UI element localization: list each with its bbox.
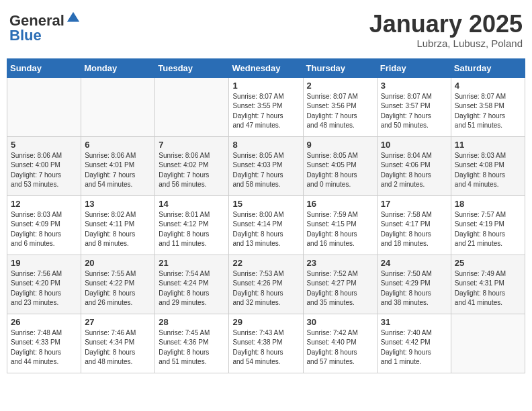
calendar-cell: 31Sunrise: 7:40 AM Sunset: 4:42 PM Dayli… bbox=[377, 314, 451, 373]
day-info: Sunrise: 7:49 AM Sunset: 4:31 PM Dayligh… bbox=[455, 269, 521, 308]
day-info: Sunrise: 7:55 AM Sunset: 4:22 PM Dayligh… bbox=[85, 269, 151, 308]
calendar-week-1: 1Sunrise: 8:07 AM Sunset: 3:55 PM Daylig… bbox=[7, 77, 525, 136]
day-number: 9 bbox=[307, 140, 373, 150]
day-number: 15 bbox=[232, 199, 299, 209]
calendar-cell: 11Sunrise: 8:03 AM Sunset: 4:08 PM Dayli… bbox=[451, 136, 525, 195]
calendar-cell: 18Sunrise: 7:57 AM Sunset: 4:19 PM Dayli… bbox=[451, 195, 525, 255]
day-info: Sunrise: 8:06 AM Sunset: 4:02 PM Dayligh… bbox=[159, 151, 225, 190]
calendar-cell: 3Sunrise: 8:07 AM Sunset: 3:57 PM Daylig… bbox=[377, 77, 451, 136]
calendar-cell: 6Sunrise: 8:06 AM Sunset: 4:01 PM Daylig… bbox=[81, 136, 155, 195]
calendar-cell: 13Sunrise: 8:02 AM Sunset: 4:11 PM Dayli… bbox=[81, 195, 155, 255]
day-info: Sunrise: 7:45 AM Sunset: 4:36 PM Dayligh… bbox=[159, 328, 225, 367]
calendar-cell: 28Sunrise: 7:45 AM Sunset: 4:36 PM Dayli… bbox=[155, 314, 229, 373]
day-number: 4 bbox=[455, 81, 521, 91]
day-header-tuesday: Tuesday bbox=[155, 58, 229, 77]
day-number: 17 bbox=[381, 199, 447, 209]
day-number: 19 bbox=[11, 258, 77, 268]
day-info: Sunrise: 8:05 AM Sunset: 4:05 PM Dayligh… bbox=[307, 151, 373, 190]
day-number: 6 bbox=[85, 140, 151, 150]
calendar-cell: 9Sunrise: 8:05 AM Sunset: 4:05 PM Daylig… bbox=[303, 136, 377, 195]
day-info: Sunrise: 8:03 AM Sunset: 4:09 PM Dayligh… bbox=[11, 210, 77, 249]
day-info: Sunrise: 8:03 AM Sunset: 4:08 PM Dayligh… bbox=[455, 151, 521, 190]
calendar-cell: 5Sunrise: 8:06 AM Sunset: 4:00 PM Daylig… bbox=[7, 136, 81, 195]
day-number: 13 bbox=[85, 199, 151, 209]
day-number: 22 bbox=[232, 258, 299, 268]
day-number: 2 bbox=[307, 81, 373, 91]
logo: General Blue bbox=[9, 11, 81, 43]
day-number: 24 bbox=[381, 258, 447, 268]
calendar-cell: 12Sunrise: 8:03 AM Sunset: 4:09 PM Dayli… bbox=[7, 195, 81, 255]
day-number: 12 bbox=[11, 199, 77, 209]
calendar-cell bbox=[7, 77, 81, 136]
day-info: Sunrise: 8:07 AM Sunset: 3:55 PM Dayligh… bbox=[232, 92, 299, 131]
day-info: Sunrise: 8:00 AM Sunset: 4:14 PM Dayligh… bbox=[232, 210, 299, 249]
day-number: 28 bbox=[159, 317, 225, 327]
logo-icon bbox=[66, 11, 81, 26]
calendar-week-4: 19Sunrise: 7:56 AM Sunset: 4:20 PM Dayli… bbox=[7, 255, 525, 314]
title-block: January 2025 Lubrza, Lubusz, Poland bbox=[369, 11, 523, 49]
day-info: Sunrise: 7:46 AM Sunset: 4:34 PM Dayligh… bbox=[85, 328, 151, 367]
day-info: Sunrise: 8:06 AM Sunset: 4:00 PM Dayligh… bbox=[11, 151, 77, 190]
day-number: 23 bbox=[307, 258, 373, 268]
day-info: Sunrise: 7:48 AM Sunset: 4:33 PM Dayligh… bbox=[11, 328, 77, 367]
calendar-cell: 16Sunrise: 7:59 AM Sunset: 4:15 PM Dayli… bbox=[303, 195, 377, 255]
day-info: Sunrise: 7:52 AM Sunset: 4:27 PM Dayligh… bbox=[307, 269, 373, 308]
day-info: Sunrise: 8:01 AM Sunset: 4:12 PM Dayligh… bbox=[159, 210, 225, 249]
calendar-cell: 1Sunrise: 8:07 AM Sunset: 3:55 PM Daylig… bbox=[229, 77, 303, 136]
day-info: Sunrise: 8:07 AM Sunset: 3:57 PM Dayligh… bbox=[381, 92, 447, 131]
day-number: 5 bbox=[11, 140, 77, 150]
day-number: 11 bbox=[455, 140, 521, 150]
day-number: 16 bbox=[307, 199, 373, 209]
day-number: 21 bbox=[159, 258, 225, 268]
calendar-cell: 19Sunrise: 7:56 AM Sunset: 4:20 PM Dayli… bbox=[7, 255, 81, 314]
day-info: Sunrise: 8:07 AM Sunset: 3:58 PM Dayligh… bbox=[455, 92, 521, 131]
calendar-cell: 8Sunrise: 8:05 AM Sunset: 4:03 PM Daylig… bbox=[229, 136, 303, 195]
day-info: Sunrise: 8:06 AM Sunset: 4:01 PM Dayligh… bbox=[85, 151, 151, 190]
day-info: Sunrise: 7:50 AM Sunset: 4:29 PM Dayligh… bbox=[381, 269, 447, 308]
calendar-cell bbox=[155, 77, 229, 136]
day-number: 30 bbox=[307, 317, 373, 327]
calendar-week-2: 5Sunrise: 8:06 AM Sunset: 4:00 PM Daylig… bbox=[7, 136, 525, 195]
day-info: Sunrise: 7:58 AM Sunset: 4:17 PM Dayligh… bbox=[381, 210, 447, 249]
day-info: Sunrise: 8:02 AM Sunset: 4:11 PM Dayligh… bbox=[85, 210, 151, 249]
day-header-monday: Monday bbox=[81, 58, 155, 77]
day-info: Sunrise: 7:43 AM Sunset: 4:38 PM Dayligh… bbox=[232, 328, 299, 367]
day-info: Sunrise: 7:59 AM Sunset: 4:15 PM Dayligh… bbox=[307, 210, 373, 249]
day-header-sunday: Sunday bbox=[7, 58, 81, 77]
day-number: 29 bbox=[232, 317, 299, 327]
day-info: Sunrise: 7:42 AM Sunset: 4:40 PM Dayligh… bbox=[307, 328, 373, 367]
day-info: Sunrise: 8:07 AM Sunset: 3:56 PM Dayligh… bbox=[307, 92, 373, 131]
day-info: Sunrise: 7:53 AM Sunset: 4:26 PM Dayligh… bbox=[232, 269, 299, 308]
calendar-cell: 22Sunrise: 7:53 AM Sunset: 4:26 PM Dayli… bbox=[229, 255, 303, 314]
day-info: Sunrise: 7:56 AM Sunset: 4:20 PM Dayligh… bbox=[11, 269, 77, 308]
day-number: 26 bbox=[11, 317, 77, 327]
calendar-cell: 20Sunrise: 7:55 AM Sunset: 4:22 PM Dayli… bbox=[81, 255, 155, 314]
day-info: Sunrise: 7:40 AM Sunset: 4:42 PM Dayligh… bbox=[381, 328, 447, 367]
day-header-friday: Friday bbox=[377, 58, 451, 77]
day-info: Sunrise: 8:04 AM Sunset: 4:06 PM Dayligh… bbox=[381, 151, 447, 190]
calendar-cell bbox=[81, 77, 155, 136]
day-number: 7 bbox=[159, 140, 225, 150]
day-number: 18 bbox=[455, 199, 521, 209]
day-number: 1 bbox=[232, 81, 299, 91]
day-number: 10 bbox=[381, 140, 447, 150]
calendar-cell: 27Sunrise: 7:46 AM Sunset: 4:34 PM Dayli… bbox=[81, 314, 155, 373]
calendar-cell: 30Sunrise: 7:42 AM Sunset: 4:40 PM Dayli… bbox=[303, 314, 377, 373]
calendar-cell: 24Sunrise: 7:50 AM Sunset: 4:29 PM Dayli… bbox=[377, 255, 451, 314]
calendar-week-3: 12Sunrise: 8:03 AM Sunset: 4:09 PM Dayli… bbox=[7, 195, 525, 255]
day-header-saturday: Saturday bbox=[451, 58, 525, 77]
day-number: 8 bbox=[232, 140, 299, 150]
calendar-cell: 7Sunrise: 8:06 AM Sunset: 4:02 PM Daylig… bbox=[155, 136, 229, 195]
days-header-row: SundayMondayTuesdayWednesdayThursdayFrid… bbox=[7, 58, 525, 77]
calendar-cell: 25Sunrise: 7:49 AM Sunset: 4:31 PM Dayli… bbox=[451, 255, 525, 314]
day-info: Sunrise: 7:57 AM Sunset: 4:19 PM Dayligh… bbox=[455, 210, 521, 249]
location-subtitle: Lubrza, Lubusz, Poland bbox=[369, 38, 523, 49]
calendar-cell: 17Sunrise: 7:58 AM Sunset: 4:17 PM Dayli… bbox=[377, 195, 451, 255]
calendar-cell bbox=[451, 314, 525, 373]
day-number: 20 bbox=[85, 258, 151, 268]
day-header-wednesday: Wednesday bbox=[229, 58, 303, 77]
calendar-cell: 15Sunrise: 8:00 AM Sunset: 4:14 PM Dayli… bbox=[229, 195, 303, 255]
svg-marker-0 bbox=[67, 12, 79, 22]
day-number: 3 bbox=[381, 81, 447, 91]
calendar-cell: 21Sunrise: 7:54 AM Sunset: 4:24 PM Dayli… bbox=[155, 255, 229, 314]
